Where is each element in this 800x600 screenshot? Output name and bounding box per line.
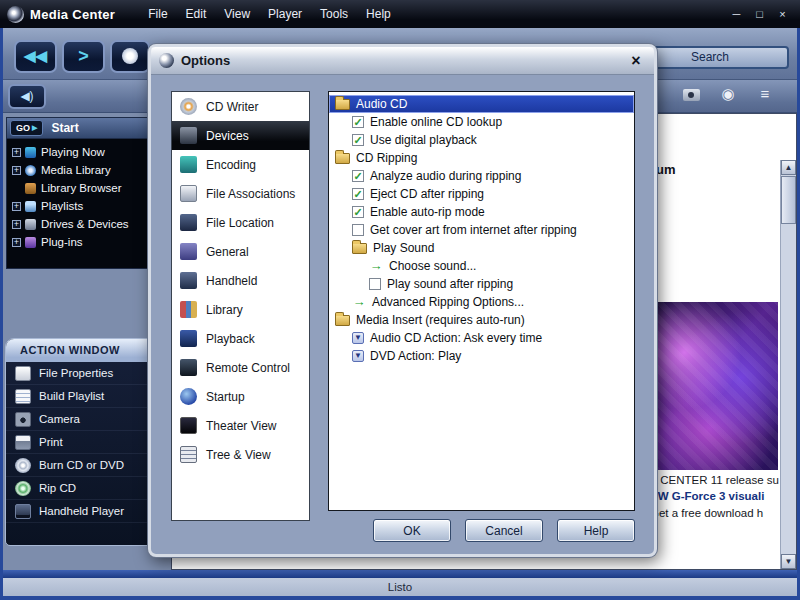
tree-item-cd-ripping[interactable]: CD Ripping — [329, 149, 634, 167]
action-item-file-properties[interactable]: File Properties — [6, 362, 169, 385]
checkbox-checked-icon[interactable]: ✓ — [352, 170, 364, 182]
menu-tools[interactable]: Tools — [311, 4, 357, 24]
sidebar-item-library-browser[interactable]: +Library Browser — [7, 179, 167, 197]
tree-item-play-sound-after-ripping[interactable]: Play sound after ripping — [329, 275, 634, 293]
checkbox-checked-icon[interactable]: ✓ — [352, 116, 364, 128]
expander-icon[interactable]: + — [12, 220, 21, 229]
cancel-button[interactable]: Cancel — [465, 519, 543, 542]
checkbox-unchecked-icon[interactable] — [369, 278, 381, 290]
category-tree-view[interactable]: Tree & View — [172, 440, 309, 469]
checkbox-checked-icon[interactable]: ✓ — [352, 188, 364, 200]
tree-item-get-cover-art-from-internet-after-ripping[interactable]: Get cover art from internet after rippin… — [329, 221, 634, 239]
sidebar-item-playlists[interactable]: +Playlists — [7, 197, 167, 215]
sidebar-item-plug-ins[interactable]: +Plug-ins — [7, 233, 167, 251]
checkbox-checked-icon[interactable]: ✓ — [352, 134, 364, 146]
action-item-handheld-player[interactable]: Handheld Player — [6, 500, 169, 523]
round-button[interactable] — [110, 40, 150, 73]
options-dialog-titlebar[interactable]: Options × — [151, 47, 654, 75]
content-scrollbar[interactable]: ▲ ▼ — [780, 160, 796, 569]
category-general[interactable]: General — [172, 237, 309, 266]
menu-file[interactable]: File — [139, 4, 176, 24]
category-remote-control[interactable]: Remote Control — [172, 353, 309, 382]
start-label: Start — [51, 121, 78, 135]
camera-toolbar-icon[interactable] — [678, 85, 704, 107]
action-item-camera[interactable]: Camera — [6, 408, 169, 431]
sidebar-item-label: Media Library — [41, 164, 111, 176]
ok-button[interactable]: OK — [373, 519, 451, 542]
category-file-location[interactable]: File Location — [172, 208, 309, 237]
menu-view[interactable]: View — [215, 4, 259, 24]
sidebar-item-drives-devices[interactable]: +Drives & Devices — [7, 215, 167, 233]
folder-icon — [335, 153, 350, 164]
category-library[interactable]: Library — [172, 295, 309, 324]
menu-edit[interactable]: Edit — [177, 4, 216, 24]
expander-icon[interactable]: + — [12, 148, 21, 157]
sidebar-item-media-library[interactable]: +Media Library — [7, 161, 167, 179]
action-window: ACTION WINDOW File PropertiesBuild Playl… — [5, 338, 170, 546]
library-icon — [180, 301, 197, 318]
checkbox-checked-icon[interactable]: ✓ — [352, 206, 364, 218]
tree-item-play-sound[interactable]: Play Sound — [329, 239, 634, 257]
category-handheld[interactable]: Handheld — [172, 266, 309, 295]
category-cd-writer[interactable]: CD Writer — [172, 92, 309, 121]
menu-help[interactable]: Help — [357, 4, 400, 24]
close-button[interactable]: × — [773, 6, 792, 23]
file-location-icon — [180, 214, 197, 231]
tree-item-label: Play sound after ripping — [387, 277, 513, 291]
category-startup[interactable]: Startup — [172, 382, 309, 411]
dropdown-icon[interactable]: ▼ — [352, 332, 364, 344]
tree-item-media-insert-requires-auto-run[interactable]: Media Insert (requires auto-run) — [329, 311, 634, 329]
category-devices[interactable]: Devices — [172, 121, 309, 150]
scroll-down-icon[interactable]: ▼ — [781, 554, 796, 569]
file-associations-icon — [180, 185, 197, 202]
menu-player[interactable]: Player — [259, 4, 311, 24]
tree-item-dvd-action-play[interactable]: ▼DVD Action: Play — [329, 347, 634, 365]
film-reel-icon[interactable]: ◉ — [715, 85, 741, 107]
tree-item-use-digital-playback[interactable]: ✓Use digital playback — [329, 131, 634, 149]
tree-item-choose-sound[interactable]: →Choose sound... — [329, 257, 634, 275]
expander-icon[interactable]: + — [12, 238, 21, 247]
tree-item-analyze-audio-during-ripping[interactable]: ✓Analyze audio during ripping — [329, 167, 634, 185]
action-item-build-playlist[interactable]: Build Playlist — [6, 385, 169, 408]
forward-button[interactable]: > — [62, 40, 105, 73]
tree-item-eject-cd-after-ripping[interactable]: ✓Eject CD after ripping — [329, 185, 634, 203]
minimize-button[interactable]: ─ — [727, 6, 746, 23]
dialog-close-button[interactable]: × — [626, 52, 646, 70]
tree-item-audio-cd-action-ask-every-time[interactable]: ▼Audio CD Action: Ask every time — [329, 329, 634, 347]
sidebar-item-playing-now[interactable]: +Playing Now — [7, 143, 167, 161]
category-label: Theater View — [206, 419, 276, 433]
sidebar-tree: +Playing Now+Media Library+Library Brows… — [6, 139, 168, 269]
content-text-line: EW G-Force 3 visuali — [650, 490, 764, 502]
tree-item-enable-auto-rip-mode[interactable]: ✓Enable auto-rip mode — [329, 203, 634, 221]
category-label: Devices — [206, 129, 249, 143]
maximize-button[interactable]: □ — [750, 6, 769, 23]
scroll-up-icon[interactable]: ▲ — [781, 160, 796, 175]
tree-item-audio-cd[interactable]: Audio CD — [329, 95, 634, 113]
sidebar-start-header[interactable]: GO ▶ Start — [6, 117, 168, 139]
expander-icon[interactable]: + — [12, 202, 21, 211]
category-label: File Associations — [206, 187, 295, 201]
category-encoding[interactable]: Encoding — [172, 150, 309, 179]
devices-icon — [180, 127, 197, 144]
dropdown-icon[interactable]: ▼ — [352, 350, 364, 362]
back-button[interactable]: ◀◀ — [14, 40, 57, 73]
action-item-burn-cd-or-dvd[interactable]: Burn CD or DVD — [6, 454, 169, 477]
category-list: CD WriterDevicesEncodingFile Association… — [171, 91, 310, 521]
checkbox-unchecked-icon[interactable] — [352, 224, 364, 236]
playback-icon — [180, 330, 197, 347]
tree-item-enable-online-cd-lookup[interactable]: ✓Enable online CD lookup — [329, 113, 634, 131]
category-theater-view[interactable]: Theater View — [172, 411, 309, 440]
content-text-line: A CENTER 11 release su — [650, 474, 779, 486]
expander-icon[interactable]: + — [12, 166, 21, 175]
category-file-associations[interactable]: File Associations — [172, 179, 309, 208]
scrollbar-thumb[interactable] — [781, 176, 796, 224]
action-item-print[interactable]: Print — [6, 431, 169, 454]
action-item-rip-cd[interactable]: Rip CD — [6, 477, 169, 500]
encoding-icon — [180, 156, 197, 173]
tree-item-advanced-ripping-options[interactable]: →Advanced Ripping Options... — [329, 293, 634, 311]
help-button[interactable]: Help — [557, 519, 635, 542]
playlist-icon[interactable]: ≡ — [752, 85, 778, 107]
category-playback[interactable]: Playback — [172, 324, 309, 353]
speaker-button[interactable]: ◀) — [8, 84, 46, 109]
go-button[interactable]: GO ▶ — [10, 120, 43, 136]
